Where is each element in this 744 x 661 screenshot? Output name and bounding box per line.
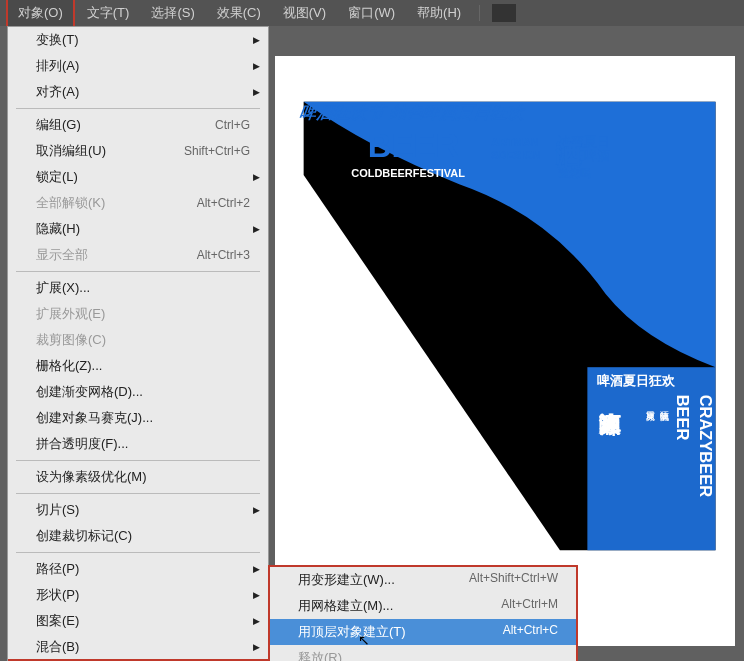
menu-crop-image: 裁剪图像(C) [8, 327, 268, 353]
menu-window[interactable]: 窗口(W) [338, 0, 405, 26]
svg-text:啤酒夏日狂欢: 啤酒夏日狂欢 [597, 373, 676, 388]
svg-text:邀您喝: 邀您喝 [558, 167, 591, 179]
menu-pixel-perfect[interactable]: 设为像素级优化(M) [8, 464, 268, 490]
separator [16, 460, 260, 461]
menu-type[interactable]: 文字(T) [77, 0, 140, 26]
menu-align[interactable]: 对齐(A) [8, 79, 268, 105]
menu-shape[interactable]: 形状(P) [8, 582, 268, 608]
menu-path[interactable]: 路径(P) [8, 556, 268, 582]
menu-expand-appearance: 扩展外观(E) [8, 301, 268, 327]
toolbar-button[interactable] [492, 4, 516, 22]
menu-flatten-transparency[interactable]: 拼合透明度(F)... [8, 431, 268, 457]
envelope-submenu: 用变形建立(W)...Alt+Shift+Ctrl+W 用网格建立(M)...A… [268, 565, 578, 661]
menu-blend[interactable]: 混合(B) [8, 634, 268, 660]
separator [16, 108, 260, 109]
submenu-warp[interactable]: 用变形建立(W)...Alt+Shift+Ctrl+W [270, 567, 576, 593]
cursor-icon: ↖ [358, 632, 370, 648]
menu-object-mosaic[interactable]: 创建对象马赛克(J)... [8, 405, 268, 431]
menu-rasterize[interactable]: 栅格化(Z)... [8, 353, 268, 379]
menu-expand[interactable]: 扩展(X)... [8, 275, 268, 301]
menu-object[interactable]: 对象(O) [6, 0, 75, 28]
svg-rect-1 [587, 367, 715, 550]
menu-ungroup[interactable]: 取消编组(U)Shift+Ctrl+G [8, 138, 268, 164]
svg-text:SDESIGN: SDESIGN [491, 149, 540, 161]
separator [16, 493, 260, 494]
menu-gradient-mesh[interactable]: 创建渐变网格(D)... [8, 379, 268, 405]
svg-text:BEER: BEER [674, 395, 692, 441]
menu-arrange[interactable]: 排列(A) [8, 53, 268, 79]
artwork-content: 啤酒狂欢节 纯色啤酒夏日狂欢 BEER ARTMAN SDESIGN 冰爽夏日 … [275, 56, 735, 596]
separator [16, 271, 260, 272]
menu-transform[interactable]: 变换(T) [8, 27, 268, 53]
menu-hide[interactable]: 隐藏(H) [8, 216, 268, 242]
menu-view[interactable]: 视图(V) [273, 0, 336, 26]
svg-text:啤酒狂欢节 纯色啤酒夏日狂欢: 啤酒狂欢节 纯色啤酒夏日狂欢 [299, 103, 527, 122]
submenu-release: 释放(R) [270, 645, 576, 661]
menu-unlock-all: 全部解锁(K)Alt+Ctrl+2 [8, 190, 268, 216]
svg-text:CRAZYBEER: CRAZYBEER [697, 395, 715, 498]
menu-select[interactable]: 选择(S) [141, 0, 204, 26]
menu-show-all: 显示全部Alt+Ctrl+3 [8, 242, 268, 268]
menu-slice[interactable]: 切片(S) [8, 497, 268, 523]
submenu-mesh[interactable]: 用网格建立(M)...Alt+Ctrl+M [270, 593, 576, 619]
svg-text:COLDBEERFESTIVAL: COLDBEERFESTIVAL [351, 167, 465, 179]
menu-pattern[interactable]: 图案(E) [8, 608, 268, 634]
object-dropdown: 变换(T) 排列(A) 对齐(A) 编组(G)Ctrl+G 取消编组(U)Shi… [7, 26, 269, 661]
submenu-top-object[interactable]: 用顶层对象建立(T)Alt+Ctrl+C [270, 619, 576, 645]
separator [16, 552, 260, 553]
svg-text:ARTMAN: ARTMAN [491, 136, 539, 148]
menu-help[interactable]: 帮助(H) [407, 0, 471, 26]
menubar: 对象(O) 文字(T) 选择(S) 效果(C) 视图(V) 窗口(W) 帮助(H… [0, 0, 744, 26]
menu-crop-marks[interactable]: 创建裁切标记(C) [8, 523, 268, 549]
menubar-separator [479, 5, 480, 21]
menu-group[interactable]: 编组(G)Ctrl+G [8, 112, 268, 138]
menu-lock[interactable]: 锁定(L) [8, 164, 268, 190]
svg-text:BEER: BEER [368, 127, 460, 164]
svg-text:冰爽夏日: 冰爽夏日 [558, 134, 610, 149]
menu-effect[interactable]: 效果(C) [207, 0, 271, 26]
svg-text:疯狂啤酒: 疯狂啤酒 [558, 148, 610, 163]
